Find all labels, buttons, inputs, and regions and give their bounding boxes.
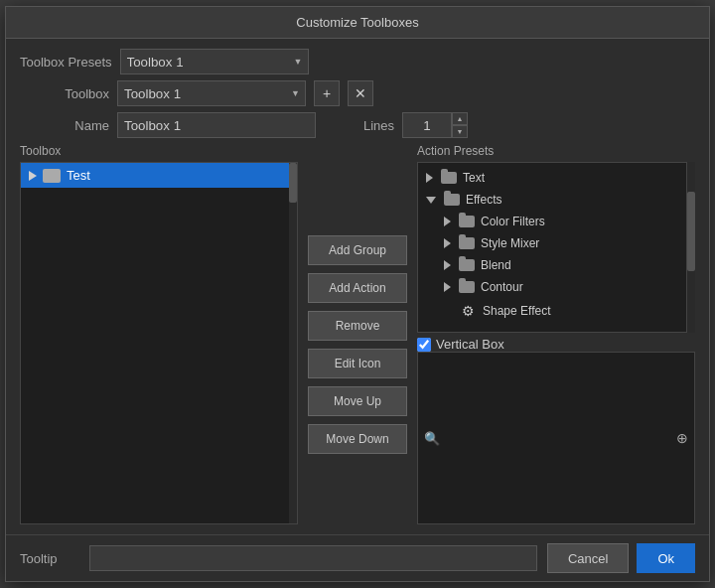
tree-arrow-icon <box>426 197 436 204</box>
name-label: Name <box>20 118 109 133</box>
preset-label: Style Mixer <box>481 236 539 250</box>
action-presets-section: Action Presets TextEffectsColor FiltersS… <box>417 144 695 524</box>
presets-list[interactable]: TextEffectsColor FiltersStyle MixerBlend… <box>417 162 687 333</box>
preset-label: Shape Effect <box>483 304 551 318</box>
preset-item[interactable]: Effects <box>418 189 686 211</box>
preset-item[interactable]: ✏Edit Shape Effects <box>418 324 686 333</box>
ok-button[interactable]: Ok <box>637 543 695 573</box>
preset-item[interactable]: ⚙Shape Effect <box>418 298 686 324</box>
add-action-button[interactable]: Add Action <box>308 273 407 303</box>
add-group-button[interactable]: Add Group <box>308 235 407 265</box>
preset-label: Contour <box>481 280 523 294</box>
search-bar: 🔍 ⊕ <box>417 352 695 524</box>
preset-label: Color Filters <box>481 215 545 228</box>
add-toolbox-button[interactable]: + <box>314 80 340 106</box>
toolbox-scrollbar-track <box>289 163 297 523</box>
toolbox-row: Toolbox Toolbox 1 + ✕ <box>20 80 695 106</box>
preset-item[interactable]: Contour <box>418 276 686 298</box>
edit-icon-button[interactable]: Edit Icon <box>308 349 407 378</box>
tool-icon: ✏ <box>459 328 477 333</box>
search-advanced-button[interactable]: ⊕ <box>676 430 688 446</box>
tree-arrow-icon <box>444 282 451 292</box>
tooltip-input[interactable] <box>89 545 537 571</box>
tree-arrow-icon <box>426 173 433 183</box>
toolbox-label: Toolbox <box>20 86 109 101</box>
toolbox-scrollbar-thumb[interactable] <box>289 163 297 203</box>
preset-label: Effects <box>466 193 501 207</box>
item-expand-icon <box>29 171 37 181</box>
search-input[interactable] <box>444 431 672 445</box>
toolbox-presets-select[interactable]: Toolbox 1 <box>120 49 309 74</box>
preset-item[interactable]: Blend <box>418 254 686 276</box>
item-tool-icon <box>43 169 61 183</box>
remove-button[interactable]: Remove <box>308 311 407 341</box>
toolbox-section: Toolbox Test <box>20 144 298 524</box>
folder-icon <box>459 281 475 293</box>
presets-scrollbar-thumb[interactable] <box>687 192 695 271</box>
preset-label: Edit Shape Effects <box>483 330 581 333</box>
vertical-box-label: Vertical Box <box>436 337 504 352</box>
lines-down-button[interactable]: ▼ <box>452 125 468 138</box>
tree-arrow-icon <box>444 217 451 226</box>
action-buttons-panel: Add Group Add Action Remove Edit Icon Mo… <box>308 144 407 524</box>
vertical-box-wrapper: Vertical Box <box>417 337 504 352</box>
toolbox-select[interactable]: Toolbox 1 <box>117 80 306 106</box>
dialog-title: Customize Toolboxes <box>6 7 709 39</box>
search-icon: 🔍 <box>424 431 440 446</box>
toolbox-presets-label: Toolbox Presets <box>20 55 112 70</box>
presets-bottom-row: Vertical Box <box>417 333 695 352</box>
preset-item[interactable]: Text <box>418 167 686 189</box>
tool-icon: ⚙ <box>459 302 477 320</box>
tree-arrow-icon <box>444 238 451 248</box>
presets-scrollbar-track <box>687 162 695 333</box>
lines-up-button[interactable]: ▲ <box>452 112 468 125</box>
toolbox-item[interactable]: Test <box>21 163 297 188</box>
move-up-button[interactable]: Move Up <box>308 386 407 416</box>
name-lines-row: Name Lines ▲ ▼ <box>20 112 695 138</box>
item-label: Test <box>67 168 90 183</box>
cancel-button[interactable]: Cancel <box>547 543 629 573</box>
customize-toolboxes-dialog: Customize Toolboxes Toolbox Presets Tool… <box>5 6 710 582</box>
folder-icon <box>459 259 475 271</box>
folder-icon <box>441 172 457 184</box>
dialog-footer: Tooltip Cancel Ok <box>6 534 709 581</box>
toolbox-presets-select-wrapper: Toolbox 1 <box>120 49 309 74</box>
move-down-button[interactable]: Move Down <box>308 424 407 454</box>
name-input[interactable] <box>117 112 316 138</box>
main-area: Toolbox Test Add Group Add Action Remove <box>20 144 695 524</box>
folder-icon <box>444 194 460 206</box>
action-presets-label: Action Presets <box>417 144 695 158</box>
remove-toolbox-button[interactable]: ✕ <box>348 80 373 106</box>
toolbox-select-wrapper: Toolbox 1 <box>117 80 306 106</box>
folder-icon <box>459 237 475 249</box>
lines-input[interactable] <box>402 112 452 138</box>
lines-spinner: ▲ ▼ <box>402 112 468 138</box>
preset-item[interactable]: Style Mixer <box>418 232 686 254</box>
preset-label: Text <box>463 171 485 185</box>
lines-label: Lines <box>363 118 394 133</box>
footer-buttons: Cancel Ok <box>547 543 695 573</box>
toolbox-section-label: Toolbox <box>20 144 298 158</box>
preset-item[interactable]: Color Filters <box>418 211 686 232</box>
lines-spinner-buttons: ▲ ▼ <box>452 112 468 138</box>
dialog-content: Toolbox Presets Toolbox 1 Toolbox Toolbo… <box>6 39 709 534</box>
toolbox-presets-row: Toolbox Presets Toolbox 1 <box>20 49 695 74</box>
preset-label: Blend <box>481 258 511 272</box>
tooltip-label: Tooltip <box>20 551 79 566</box>
toolbox-list[interactable]: Test <box>20 162 298 524</box>
folder-icon <box>459 216 475 227</box>
presets-list-wrapper: TextEffectsColor FiltersStyle MixerBlend… <box>417 162 695 333</box>
vertical-box-checkbox[interactable] <box>417 338 431 352</box>
tree-arrow-icon <box>444 260 451 270</box>
